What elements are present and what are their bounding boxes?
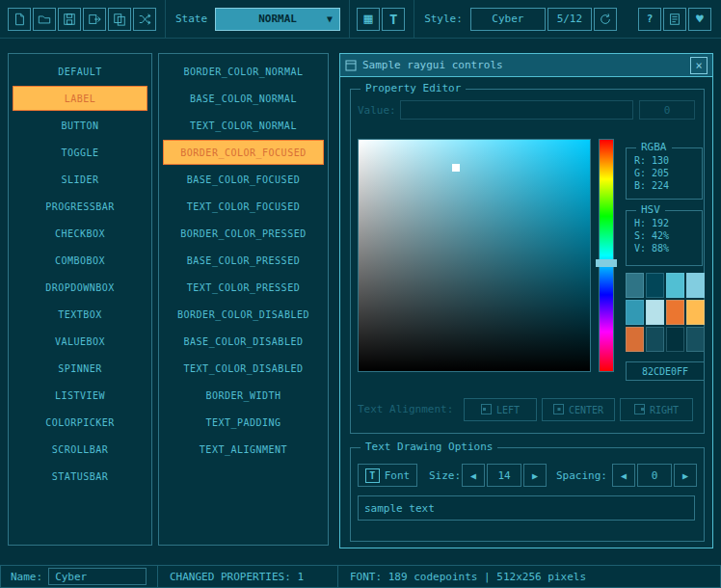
save-file-button[interactable] bbox=[58, 8, 81, 31]
properties-list-item[interactable]: TEXT_ALIGNMENT bbox=[163, 437, 324, 462]
palette-swatch[interactable] bbox=[666, 327, 684, 352]
align-center-button[interactable]: CENTER bbox=[542, 398, 615, 421]
size-value-box[interactable]: 14 bbox=[487, 464, 521, 487]
hue-slider[interactable] bbox=[599, 139, 614, 372]
properties-list-item[interactable]: BASE_COLOR_FOCUSED bbox=[163, 167, 324, 192]
controls-list-item[interactable]: VALUEBOX bbox=[13, 329, 147, 354]
value-spinner[interactable]: 0 bbox=[639, 100, 695, 120]
hex-color-input[interactable]: 82CDE0FF bbox=[626, 361, 705, 381]
controls-list-item[interactable]: SLIDER bbox=[13, 167, 147, 192]
spacing-label: Spacing: bbox=[556, 469, 607, 482]
align-button-label: RIGHT bbox=[650, 405, 679, 415]
palette-swatch[interactable] bbox=[646, 273, 664, 298]
style-name-input[interactable]: Cyber bbox=[48, 568, 147, 585]
controls-list-item[interactable]: COMBOBOX bbox=[13, 248, 147, 273]
properties-list-item[interactable]: BASE_COLOR_DISABLED bbox=[163, 329, 324, 354]
properties-list-item[interactable]: BASE_COLOR_PRESSED bbox=[163, 248, 324, 273]
controls-list-item[interactable]: DROPDOWNBOX bbox=[13, 275, 147, 300]
spacing-value-box[interactable]: 0 bbox=[637, 464, 672, 487]
controls-list-item[interactable]: DEFAULT bbox=[13, 59, 147, 84]
align-left-button[interactable]: LEFT bbox=[464, 398, 537, 421]
size-increase-button[interactable]: ▶ bbox=[523, 464, 547, 487]
color-component-value: H: 192 bbox=[627, 217, 702, 229]
color-cursor[interactable] bbox=[452, 164, 460, 172]
palette-swatch[interactable] bbox=[626, 327, 644, 352]
sample-text-input[interactable]: sample text bbox=[358, 495, 695, 521]
value-input[interactable] bbox=[400, 100, 633, 120]
sample-controls-window: Sample raygui controls × Property Editor… bbox=[339, 53, 713, 548]
align-left-icon bbox=[481, 404, 492, 416]
properties-list-item[interactable]: BORDER_COLOR_DISABLED bbox=[163, 302, 324, 327]
color-component-value: V: 88% bbox=[627, 242, 702, 254]
sponsor-button[interactable]: ♥ bbox=[688, 8, 711, 31]
palette-swatch[interactable] bbox=[686, 273, 705, 298]
controls-list-item[interactable]: TEXTBOX bbox=[13, 302, 147, 327]
palette-swatch[interactable] bbox=[626, 300, 644, 325]
properties-list-item[interactable]: TEXT_COLOR_PRESSED bbox=[163, 275, 324, 300]
text-mode-button[interactable]: T bbox=[382, 8, 405, 31]
properties-list-items: BORDER_COLOR_NORMALBASE_COLOR_NORMALTEXT… bbox=[159, 59, 328, 462]
properties-list-item[interactable]: BORDER_COLOR_NORMAL bbox=[163, 59, 324, 84]
reload-style-button[interactable] bbox=[594, 8, 617, 31]
palette-swatch[interactable] bbox=[686, 300, 705, 325]
text-alignment-buttons: LEFTCENTERRIGHT bbox=[464, 398, 693, 421]
properties-list-item[interactable]: TEXT_COLOR_NORMAL bbox=[163, 113, 324, 138]
style-index-button[interactable]: 5/12 bbox=[547, 8, 592, 31]
align-right-button[interactable]: RIGHT bbox=[620, 398, 693, 421]
palette-swatch[interactable] bbox=[686, 327, 705, 352]
random-style-button[interactable] bbox=[133, 8, 156, 31]
export-style-button[interactable] bbox=[83, 8, 106, 31]
palette-swatch[interactable] bbox=[646, 300, 664, 325]
properties-list-item[interactable]: BASE_COLOR_NORMAL bbox=[163, 86, 324, 111]
font-atlas-button[interactable]: ▦ bbox=[357, 8, 380, 31]
rgba-label: RGBA bbox=[636, 141, 672, 153]
right-arrow-icon: ▶ bbox=[532, 470, 538, 481]
controls-list-item[interactable]: STATUSBAR bbox=[13, 464, 147, 489]
properties-list-item[interactable]: TEXT_COLOR_DISABLED bbox=[163, 356, 324, 381]
close-button[interactable]: × bbox=[690, 57, 708, 74]
properties-list-item[interactable]: BORDER_COLOR_PRESSED bbox=[163, 221, 324, 246]
state-label: State bbox=[175, 13, 207, 25]
window-icon bbox=[345, 60, 357, 71]
duplicate-style-button[interactable] bbox=[108, 8, 131, 31]
controls-list-item[interactable]: SPINNER bbox=[13, 356, 147, 381]
spacing-increase-button[interactable]: ▶ bbox=[674, 464, 697, 487]
rgba-values: R: 130G: 205B: 224 bbox=[627, 154, 702, 192]
folder-open-icon bbox=[38, 13, 51, 26]
properties-list-item[interactable]: BORDER_WIDTH bbox=[163, 383, 324, 408]
palette-swatch[interactable] bbox=[666, 300, 684, 325]
controls-list-item[interactable]: BUTTON bbox=[13, 113, 147, 138]
palette-swatch[interactable] bbox=[646, 327, 664, 352]
open-file-button[interactable] bbox=[33, 8, 56, 31]
align-button-label: CENTER bbox=[569, 405, 603, 415]
new-file-button[interactable] bbox=[8, 8, 31, 31]
properties-list-item[interactable]: TEXT_COLOR_FOCUSED bbox=[163, 194, 324, 219]
color-saturation-value-panel[interactable] bbox=[358, 139, 591, 372]
state-dropdown[interactable]: NORMAL ▼ bbox=[215, 8, 340, 31]
controls-list-items: DEFAULTLABELBUTTONTOGGLESLIDERPROGRESSBA… bbox=[9, 59, 151, 489]
controls-list-item[interactable]: PROGRESSBAR bbox=[13, 194, 147, 219]
palette-swatch[interactable] bbox=[626, 273, 644, 298]
controls-list-item[interactable]: SCROLLBAR bbox=[13, 437, 147, 462]
spacing-decrease-button[interactable]: ◀ bbox=[612, 464, 635, 487]
font-info-text: FONT: 189 codepoints | 512x256 pixels bbox=[350, 571, 586, 583]
controls-list-item[interactable]: TOGGLE bbox=[13, 140, 147, 165]
load-font-button[interactable]: T Font bbox=[358, 464, 417, 487]
style-name-button[interactable]: Cyber bbox=[470, 8, 546, 31]
hue-slider-handle[interactable] bbox=[596, 259, 617, 267]
properties-list-item[interactable]: TEXT_PADDING bbox=[163, 410, 324, 435]
controls-list-item[interactable]: LABEL bbox=[13, 86, 147, 111]
properties-list: BORDER_COLOR_NORMALBASE_COLOR_NORMALTEXT… bbox=[158, 53, 329, 546]
about-button[interactable] bbox=[663, 8, 686, 31]
heart-icon: ♥ bbox=[696, 12, 704, 26]
controls-list-item[interactable]: CHECKBOX bbox=[13, 221, 147, 246]
text-icon: T bbox=[389, 12, 397, 27]
copy-icon bbox=[113, 13, 126, 26]
help-button[interactable]: ? bbox=[638, 8, 661, 31]
window-titlebar[interactable]: Sample raygui controls × bbox=[340, 54, 712, 77]
controls-list-item[interactable]: COLORPICKER bbox=[13, 410, 147, 435]
size-decrease-button[interactable]: ◀ bbox=[462, 464, 485, 487]
palette-swatch[interactable] bbox=[666, 273, 684, 298]
controls-list-item[interactable]: LISTVIEW bbox=[13, 383, 147, 408]
properties-list-item[interactable]: BORDER_COLOR_FOCUSED bbox=[163, 140, 324, 165]
